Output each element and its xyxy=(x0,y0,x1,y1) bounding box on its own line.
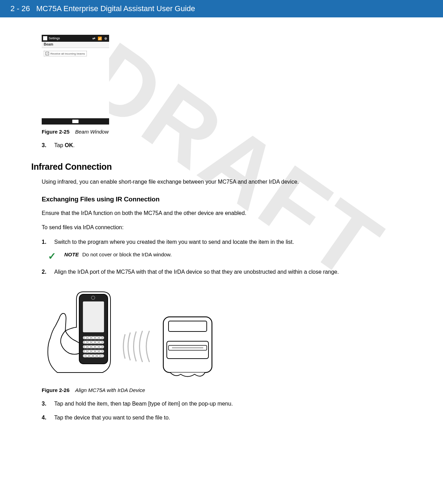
figure-title: Beam Window xyxy=(75,129,109,135)
figure-label: Figure 2-25 xyxy=(42,129,69,135)
step-text: Tap the device that you want to send the… xyxy=(54,415,412,421)
svg-point-14 xyxy=(88,341,91,344)
beam-window-screenshot: Settings ⇄ 📶 ⊕ Beam ✓ Receive all incomi… xyxy=(42,35,109,125)
note-text: NOTEDo not cover or block the IrDA windo… xyxy=(64,251,172,257)
svg-point-28 xyxy=(86,354,89,357)
status-icons: ⇄ 📶 ⊕ xyxy=(92,37,108,40)
svg-point-26 xyxy=(96,350,98,353)
screenshot-title: Beam xyxy=(42,42,109,48)
svg-point-16 xyxy=(96,341,98,344)
step-text: Tap OK. xyxy=(54,142,412,149)
irda-printer-icon xyxy=(160,313,215,379)
note-label: NOTE xyxy=(64,251,79,257)
svg-point-23 xyxy=(84,350,87,353)
svg-rect-33 xyxy=(169,321,207,331)
svg-point-11 xyxy=(96,336,98,339)
checkmark-icon: ✓ xyxy=(48,251,56,261)
infrared-paragraph: Using infrared, you can enable short-ran… xyxy=(42,178,412,186)
svg-point-13 xyxy=(84,341,87,344)
svg-point-9 xyxy=(88,336,91,339)
section-infrared-connection: Infrared Connection xyxy=(31,162,412,172)
step-text: Tap and hold the item, then tap Beam [ty… xyxy=(54,401,412,407)
exchange-paragraph-1: Ensure that the IrDA function on both th… xyxy=(42,209,412,217)
step-1: 1. Switch to the program where you creat… xyxy=(42,239,412,245)
svg-point-17 xyxy=(99,341,102,344)
step-2: 2. Align the IrDA port of the MC75A with… xyxy=(42,269,412,275)
hand-holding-device-icon xyxy=(42,286,122,376)
windows-icon xyxy=(43,36,47,40)
ir-alignment-illustration xyxy=(42,286,222,383)
exchange-paragraph-2: To send files via IrDA connection: xyxy=(42,224,412,231)
step-number: 2. xyxy=(42,269,48,275)
step-number: 1. xyxy=(42,239,48,245)
subsection-exchanging-files: Exchanging Files using IR Connection xyxy=(42,195,412,203)
step-3-tap-ok: 3. Tap OK. xyxy=(42,142,412,149)
page-header: 2 - 26 MC75A Enterprise Digital Assistan… xyxy=(0,0,443,17)
svg-point-10 xyxy=(92,336,95,339)
checkbox-icon: ✓ xyxy=(46,52,49,55)
checkbox-label: Receive all incoming beams xyxy=(50,52,85,55)
screenshot-topbar-label: Settings xyxy=(49,37,60,40)
figure-label: Figure 2-26 xyxy=(42,387,69,393)
svg-point-27 xyxy=(99,350,102,353)
svg-point-20 xyxy=(92,345,95,348)
svg-point-30 xyxy=(93,354,96,357)
svg-point-19 xyxy=(88,345,91,348)
step-number: 4. xyxy=(42,415,48,421)
page-number: 2 - 26 xyxy=(10,4,30,13)
svg-point-8 xyxy=(84,336,87,339)
svg-rect-1 xyxy=(83,301,104,333)
screenshot-body: ✓ Receive all incoming beams xyxy=(42,48,109,118)
step-3: 3. Tap and hold the item, then tap Beam … xyxy=(42,401,412,407)
figure-title: Align MC75A with IrDA Device xyxy=(75,387,145,393)
svg-point-29 xyxy=(90,354,92,357)
ir-signal-icon xyxy=(122,331,156,362)
screenshot-bottombar xyxy=(42,118,109,125)
svg-point-25 xyxy=(92,350,95,353)
step-number: 3. xyxy=(42,401,48,407)
receive-beams-checkbox-row: ✓ Receive all incoming beams xyxy=(44,51,87,56)
svg-point-22 xyxy=(99,345,102,348)
step-text: Align the IrDA port of the MC75A with th… xyxy=(54,269,412,275)
svg-point-31 xyxy=(97,354,100,357)
doc-title: MC75A Enterprise Digital Assistant User … xyxy=(36,4,195,13)
figure-2-26-caption: Figure 2-26 Align MC75A with IrDA Device xyxy=(42,387,412,393)
step-number: 3. xyxy=(42,142,48,149)
screenshot-topbar: Settings ⇄ 📶 ⊕ xyxy=(42,35,109,42)
step-text: Switch to the program where you created … xyxy=(54,239,412,245)
figure-2-25-caption: Figure 2-25 Beam Window xyxy=(42,129,412,135)
svg-point-15 xyxy=(92,341,95,344)
keyboard-icon xyxy=(72,120,79,123)
svg-point-18 xyxy=(84,345,87,348)
step-4: 4. Tap the device that you want to send … xyxy=(42,415,412,421)
note-block: ✓ NOTEDo not cover or block the IrDA win… xyxy=(48,251,412,261)
svg-point-24 xyxy=(88,350,91,353)
svg-point-12 xyxy=(99,336,102,339)
svg-point-21 xyxy=(96,345,98,348)
